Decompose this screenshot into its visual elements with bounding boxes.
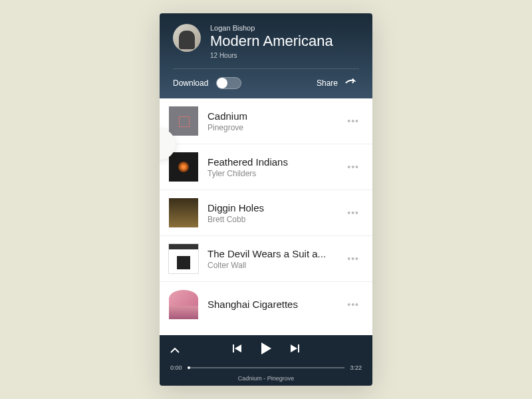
tracklist[interactable]: Cadnium Pinegrove ••• Feathered Indians … xyxy=(160,98,372,335)
playlist-header: Logan Bishop Modern Americana 12 Hours D… xyxy=(160,13,372,98)
now-playing-label: Cadnium - Pinegrove xyxy=(170,375,362,382)
album-art xyxy=(169,244,198,273)
progress-bar[interactable]: 0:00 3:22 xyxy=(170,364,362,371)
more-icon[interactable]: ••• xyxy=(347,299,359,310)
track-info: Feathered Indians Tyler Childers xyxy=(207,156,338,178)
track-info: Cadnium Pinegrove xyxy=(207,110,338,132)
download-group: Download xyxy=(173,77,241,89)
download-toggle[interactable] xyxy=(216,77,241,89)
track-title: Cadnium xyxy=(207,110,338,122)
track-artist: Colter Wall xyxy=(207,261,338,270)
seek-bar[interactable] xyxy=(188,367,345,368)
elapsed-time: 0:00 xyxy=(170,364,182,371)
player-controls xyxy=(170,342,362,358)
list-item[interactable]: Cadnium Pinegrove ••• xyxy=(160,98,372,144)
expand-button[interactable] xyxy=(170,344,180,355)
playlist-duration: 12 Hours xyxy=(210,52,359,59)
list-item[interactable]: Feathered Indians Tyler Childers ••• xyxy=(160,144,372,190)
total-time: 3:22 xyxy=(350,364,362,371)
track-info: Diggin Holes Brett Cobb xyxy=(207,202,338,224)
share-icon xyxy=(344,78,359,89)
svg-rect-0 xyxy=(233,344,234,352)
share-label: Share xyxy=(317,78,338,88)
more-icon[interactable]: ••• xyxy=(347,162,359,172)
header-top: Logan Bishop Modern Americana 12 Hours xyxy=(173,24,359,69)
transport-controls xyxy=(233,342,299,358)
album-art xyxy=(169,290,198,319)
header-actions: Download Share xyxy=(173,69,359,98)
track-title: Shanghai Cigarettes xyxy=(207,299,338,310)
svg-rect-4 xyxy=(298,344,299,352)
more-icon[interactable]: ••• xyxy=(347,207,359,218)
header-info: Logan Bishop Modern Americana 12 Hours xyxy=(210,24,359,59)
track-title: Feathered Indians xyxy=(207,156,338,168)
album-art xyxy=(169,198,198,227)
curator-name: Logan Bishop xyxy=(210,24,359,32)
svg-marker-3 xyxy=(291,344,297,352)
svg-marker-2 xyxy=(261,342,271,354)
playlist-title: Modern Americana xyxy=(210,33,359,49)
more-icon[interactable]: ••• xyxy=(347,116,359,126)
share-button[interactable]: Share xyxy=(317,78,359,89)
album-art xyxy=(169,106,198,136)
download-label: Download xyxy=(173,78,208,88)
track-artist: Brett Cobb xyxy=(207,215,338,224)
previous-button[interactable] xyxy=(233,344,242,356)
track-artist: Pinegrove xyxy=(207,123,338,132)
now-playing-bar: 0:00 3:22 Cadnium - Pinegrove xyxy=(160,335,372,386)
track-title: Diggin Holes xyxy=(207,202,338,213)
music-app: Logan Bishop Modern Americana 12 Hours D… xyxy=(160,13,372,386)
track-artist: Tyler Childers xyxy=(207,169,338,178)
list-item[interactable]: Diggin Holes Brett Cobb ••• xyxy=(160,190,372,236)
more-icon[interactable]: ••• xyxy=(347,253,359,264)
next-button[interactable] xyxy=(290,344,299,356)
track-info: Shanghai Cigarettes xyxy=(207,299,338,311)
svg-marker-1 xyxy=(235,344,241,352)
play-button[interactable] xyxy=(259,342,273,358)
track-title: The Devil Wears a Suit a... xyxy=(207,248,338,259)
track-info: The Devil Wears a Suit a... Colter Wall xyxy=(207,248,338,270)
album-art xyxy=(169,152,198,182)
list-item[interactable]: Shanghai Cigarettes ••• xyxy=(160,282,372,327)
avatar[interactable] xyxy=(173,24,201,52)
list-item[interactable]: The Devil Wears a Suit a... Colter Wall … xyxy=(160,236,372,282)
